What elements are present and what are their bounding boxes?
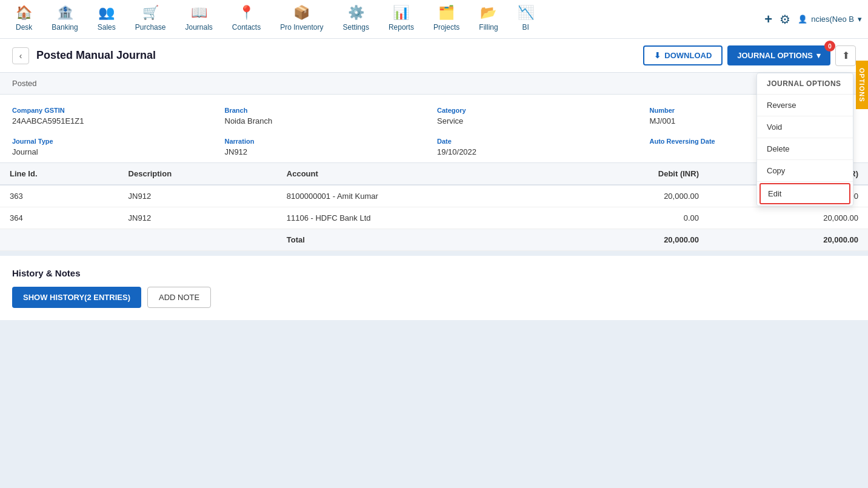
history-buttons: SHOW HISTORY(2 ENTRIES) ADD NOTE [12,287,856,308]
nav-item-journals[interactable]: 📖Journals [175,0,222,39]
download-icon: ⬇ [654,51,661,60]
bi-icon: 📉 [518,5,534,21]
col-line-id: Line Id. [0,163,119,185]
col-description: Description [119,163,277,185]
table-header-row: Line Id. Description Account Debit (INR)… [0,163,868,185]
cell-line-id: 363 [0,185,119,207]
company-gstin-value: 24AABCA5951E1Z1 [12,116,219,125]
nav-item-bi[interactable]: 📉BI [508,0,544,39]
nav-item-contacts[interactable]: 📍Contacts [222,0,270,39]
branch-value: Noida Branch [225,116,432,125]
nav-label-pro-inventory: Pro Inventory [280,23,323,32]
contacts-icon: 📍 [238,5,255,21]
nav-item-sales[interactable]: 👥Sales [88,0,125,39]
nav-label-sales: Sales [98,23,116,32]
user-menu[interactable]: 👤 ncies(Neo B ▾ [798,15,862,24]
nav-item-projects[interactable]: 🗂️Projects [424,0,469,39]
cell-line-id: 364 [0,207,119,229]
nav-label-contacts: Contacts [232,23,261,32]
col-debit: Debit (INR) [557,163,709,185]
main-content: ‹ Posted Manual Journal ⬇ DOWNLOAD JOURN… [0,39,868,320]
page-header-right: ⬇ DOWNLOAD JOURNAL OPTIONS ▾ 0 ⬆ [643,45,856,66]
date-label: Date [437,138,644,145]
cell-total-credit: 20,000.00 [709,229,868,251]
nav-label-filling: Filling [479,23,498,32]
branch-label: Branch [225,107,432,114]
company-gstin-label: Company GSTIN [12,107,219,114]
date-field: Date 19/10/2022 [437,138,644,156]
settings-icon: ⚙️ [348,5,364,21]
settings-icon[interactable]: ⚙ [780,12,790,27]
nav-label-projects: Projects [433,23,459,32]
add-note-button[interactable]: ADD NOTE [147,287,211,308]
category-value: Service [437,116,644,125]
history-notes-section: History & Notes SHOW HISTORY(2 ENTRIES) … [0,256,868,320]
journal-type-label: Journal Type [12,138,219,145]
status-label: Posted [12,79,36,88]
banking-icon: 🏦 [57,5,73,21]
dropdown-item-copy[interactable]: Copy [757,160,853,182]
pro-inventory-icon: 📦 [293,5,310,21]
status-bar: Posted [0,73,868,95]
cell-total-empty1 [0,229,119,251]
cell-account: 8100000001 - Amit Kumar [277,185,557,207]
share-button[interactable]: ⬆ [835,45,856,66]
journals-icon: 📖 [191,5,207,21]
download-button[interactable]: ⬇ DOWNLOAD [643,45,723,65]
nav-label-desk: Desk [16,23,32,32]
nav-item-pro-inventory[interactable]: 📦Pro Inventory [270,0,333,39]
reports-icon: 📊 [393,5,409,21]
nav-item-reports[interactable]: 📊Reports [379,0,424,39]
nav-item-desk[interactable]: 🏠Desk [6,0,42,39]
cell-total-empty2 [119,229,277,251]
cell-description: JN912 [119,207,277,229]
nav-label-journals: Journals [185,23,212,32]
dropdown-item-reverse[interactable]: Reverse [757,95,853,116]
user-label: ncies(Neo B [811,15,854,24]
company-gstin-field: Company GSTIN 24AABCA5951E1Z1 [12,107,219,125]
cell-description: JN912 [119,185,277,207]
table-row: 363 JN912 8100000001 - Amit Kumar 20,000… [0,185,868,207]
page-header: ‹ Posted Manual Journal ⬇ DOWNLOAD JOURN… [0,39,868,73]
nav-label-settings: Settings [343,23,369,32]
top-navigation: 🏠Desk🏦Banking👥Sales🛒Purchase📖Journals📍Co… [0,0,868,39]
show-history-button[interactable]: SHOW HISTORY(2 ENTRIES) [12,287,141,308]
nav-item-settings[interactable]: ⚙️Settings [333,0,379,39]
chevron-down-icon: ▾ [816,51,821,60]
user-avatar: 👤 [798,15,807,24]
nav-item-banking[interactable]: 🏦Banking [42,0,87,39]
nav-item-purchase[interactable]: 🛒Purchase [125,0,176,39]
options-badge: 0 [824,41,835,52]
narration-value: JN912 [225,147,432,156]
chevron-down-icon: ▾ [858,15,862,24]
sales-icon: 👥 [98,5,115,21]
add-button[interactable]: + [764,12,772,27]
table-total-row: Total 20,000.00 20,000.00 [0,229,868,251]
dropdown-item-edit[interactable]: Edit [760,183,850,204]
dropdown-header: JOURNAL OPTIONS [757,73,853,95]
back-button[interactable]: ‹ [12,47,29,64]
journal-options-button[interactable]: JOURNAL OPTIONS ▾ 0 [727,45,830,65]
table-row: 364 JN912 11106 - HDFC Bank Ltd 0.00 20,… [0,207,868,229]
desk-icon: 🏠 [16,5,32,21]
dropdown-item-delete[interactable]: Delete [757,138,853,160]
nav-items: 🏠Desk🏦Banking👥Sales🛒Purchase📖Journals📍Co… [6,0,764,39]
branch-field: Branch Noida Branch [225,107,432,125]
nav-right: + ⚙ 👤 ncies(Neo B ▾ [764,12,862,27]
category-field: Category Service [437,107,644,125]
cell-total-debit: 20,000.00 [557,229,709,251]
nav-item-filling[interactable]: 📂Filling [469,0,507,39]
nav-label-purchase: Purchase [135,23,166,32]
nav-label-bi: BI [522,23,529,32]
nav-label-banking: Banking [52,23,78,32]
dropdown-item-void[interactable]: Void [757,116,853,138]
cell-debit: 0.00 [557,207,709,229]
history-title: History & Notes [12,268,856,278]
date-value: 19/10/2022 [437,147,644,156]
journal-type-value: Journal [12,147,219,156]
cell-credit: 20,000.00 [709,207,868,229]
category-label: Category [437,107,644,114]
page-title: Posted Manual Journal [36,49,156,62]
options-sidebar-tab[interactable]: OPTIONS [856,61,868,109]
journal-type-field: Journal Type Journal [12,138,219,156]
